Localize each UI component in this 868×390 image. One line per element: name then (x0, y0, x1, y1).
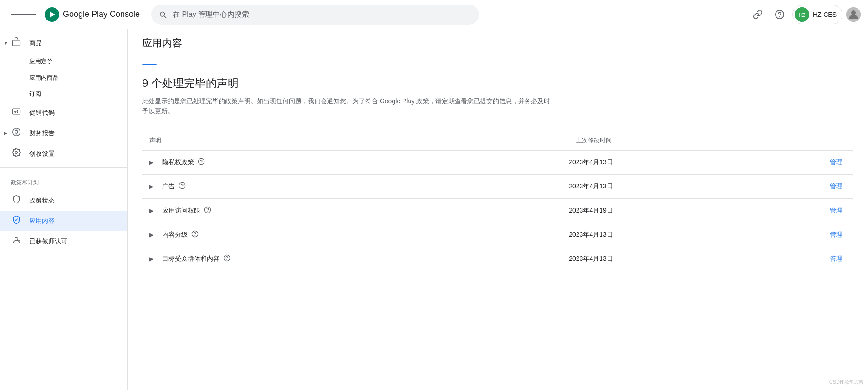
sidebar-item-promo-codes[interactable]: 促销代码 (0, 102, 127, 123)
menu-button[interactable] (7, 10, 39, 20)
app-content-icon (11, 215, 22, 227)
expand-app-access[interactable]: ▶ (149, 208, 158, 214)
app-content-label: 应用内容 (29, 217, 55, 225)
manage-app-access-button[interactable]: 管理 (822, 203, 850, 218)
table-row: ▶ 目标受众群体和内容 (142, 247, 853, 271)
col-modified: 上次修改时间 (569, 131, 747, 151)
manage-privacy-button[interactable]: 管理 (822, 155, 850, 170)
policy-status-label: 政策状态 (29, 197, 55, 205)
sidebar-item-monetization-settings[interactable]: 创收设置 (0, 143, 127, 164)
content-rating-title: 内容分级 (162, 230, 199, 239)
table-row: ▶ 内容分级 (142, 223, 853, 247)
privacy-title: 隐私权政策 (162, 158, 205, 167)
svg-point-10 (14, 111, 15, 112)
financial-icon (11, 127, 22, 139)
svg-point-18 (207, 211, 208, 211)
svg-point-17 (204, 207, 210, 213)
svg-point-13 (198, 158, 204, 164)
section-title: 9 个处理完毕的声明 (142, 76, 853, 91)
monetization-settings-icon (11, 148, 22, 159)
watermark: CSDN管理武博 (829, 379, 863, 385)
table-row: ▶ 应用访问权限 (142, 198, 853, 223)
goods-label: 商品 (29, 39, 42, 47)
link-button[interactable] (749, 5, 767, 24)
ads-help-icon[interactable] (179, 182, 186, 191)
in-app-products-label: 应用内商品 (29, 74, 59, 82)
svg-point-20 (194, 235, 195, 235)
tab-other[interactable] (157, 54, 171, 65)
expand-content-rating[interactable]: ▶ (149, 232, 158, 238)
target-audience-date: 2023年4月13日 (569, 255, 613, 262)
sidebar-divider (0, 167, 127, 168)
svg-point-19 (192, 231, 198, 237)
col-declaration: 声明 (142, 131, 569, 151)
svg-point-15 (179, 182, 185, 188)
page-title: 应用内容 (142, 37, 182, 49)
sidebar: ▼ 商品 应用定价 应用内商品 订阅 (0, 29, 128, 390)
app-access-date: 2023年4月19日 (569, 207, 613, 214)
expand-target-audience[interactable]: ▶ (149, 256, 158, 262)
app-access-help-icon[interactable] (204, 206, 211, 215)
manage-target-audience-button[interactable]: 管理 (822, 251, 850, 267)
ads-date: 2023年4月13日 (569, 182, 613, 190)
help-icon (775, 10, 785, 20)
app-pricing-label: 应用定价 (29, 57, 53, 66)
goods-icon (11, 37, 22, 49)
sidebar-item-app-content[interactable]: 应用内容 (0, 211, 127, 231)
table-body: ▶ 隐私权政策 (142, 150, 853, 271)
sidebar-item-app-pricing[interactable]: 应用定价 (0, 53, 127, 70)
header-left: Google Play Console (7, 7, 144, 22)
sidebar-item-policy-status[interactable]: 政策状态 (0, 190, 127, 211)
search-bar[interactable] (151, 5, 479, 25)
policy-status-icon (11, 195, 22, 206)
account-name: HZ-CES (813, 11, 837, 18)
privacy-help-icon[interactable] (198, 158, 205, 167)
svg-point-16 (182, 187, 182, 187)
content-rating-date: 2023年4月13日 (569, 231, 613, 238)
expand-arrow-goods: ▼ (4, 41, 8, 46)
sidebar-item-financial[interactable]: ▶ 财务报告 (0, 123, 127, 143)
target-audience-help-icon[interactable] (223, 254, 230, 263)
section-desc: 此处显示的是您已处理完毕的政策声明。如出现任何问题，我们会通知您。为了符合 Go… (142, 96, 552, 116)
expand-arrow-financial: ▶ (4, 131, 7, 136)
svg-point-21 (224, 255, 230, 261)
expand-ads[interactable]: ▶ (149, 183, 158, 190)
svg-point-3 (779, 16, 780, 17)
privacy-date: 2023年4月13日 (569, 158, 613, 166)
help-button[interactable] (771, 5, 789, 24)
account-avatar: HZ (795, 7, 809, 22)
table-header: 声明 上次修改时间 (142, 131, 853, 151)
table-row: ▶ 广告 (142, 174, 853, 198)
teacher-approved-icon (11, 236, 22, 247)
sidebar-item-subscriptions[interactable]: 订阅 (0, 86, 127, 102)
sidebar-item-teacher-approved[interactable]: 已获教师认可 (0, 231, 127, 252)
app-title: Google Play Console (63, 10, 140, 19)
tab-completed[interactable] (142, 54, 157, 65)
main-layout: ▼ 商品 应用定价 应用内商品 订阅 (0, 29, 868, 390)
content-area: 应用内容 9 个处理完毕的声明 此处显示的是您已处理完毕的政策声明。如出现任何问… (128, 29, 868, 390)
manage-ads-button[interactable]: 管理 (822, 179, 850, 194)
subscriptions-label: 订阅 (29, 90, 41, 98)
teacher-approved-label: 已获教师认可 (29, 238, 67, 246)
svg-text:HZ: HZ (799, 12, 806, 17)
promo-codes-icon (11, 107, 22, 118)
content-rating-help-icon[interactable] (191, 230, 199, 239)
sidebar-item-goods[interactable]: ▼ 商品 (0, 33, 127, 53)
policy-section-label: 政策和计划 (0, 172, 127, 190)
svg-point-14 (201, 162, 201, 163)
expand-privacy[interactable]: ▶ (149, 159, 158, 166)
search-input[interactable] (173, 10, 472, 19)
monetization-settings-label: 创收设置 (29, 150, 55, 158)
app-access-title: 应用访问权限 (162, 206, 211, 215)
page-header: 应用内容 (128, 29, 868, 50)
account-chip[interactable]: HZ HZ-CES (792, 5, 842, 24)
logo-area: Google Play Console (45, 7, 140, 22)
top-header: Google Play Console (0, 0, 868, 29)
manage-content-rating-button[interactable]: 管理 (822, 227, 850, 243)
sidebar-item-in-app-products[interactable]: 应用内商品 (0, 70, 127, 86)
play-console-logo (45, 7, 59, 22)
user-avatar-button[interactable] (846, 7, 861, 22)
page-content: 9 个处理完毕的声明 此处显示的是您已处理完毕的政策声明。如出现任何问题，我们会… (128, 65, 868, 282)
declarations-table: 声明 上次修改时间 ▶ 隐私权政策 (142, 131, 853, 271)
col-action (747, 131, 853, 151)
